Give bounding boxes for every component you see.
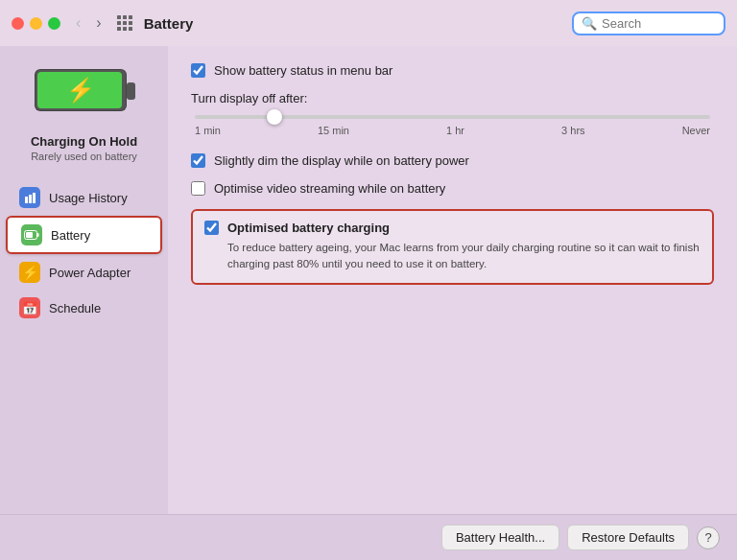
slightly-dim-checkbox[interactable] (191, 153, 205, 168)
optimise-video-checkbox[interactable] (191, 181, 205, 196)
slider-label-3hrs: 3 hrs (561, 125, 584, 136)
battery-illustration: ⚡ (32, 61, 137, 125)
back-button[interactable]: ‹ (72, 12, 84, 34)
chart-icon (19, 187, 40, 208)
optimised-charging-desc: To reduce battery ageing, your Mac learn… (227, 240, 701, 273)
grid-icon[interactable] (117, 15, 132, 31)
sidebar-navigation: Usage History Battery ⚡ Power Adapt (0, 179, 168, 326)
display-off-section: Turn display off after: 1 min 15 min 1 h… (191, 91, 714, 136)
optimised-charging-label: Optimised battery charging (227, 221, 390, 235)
sidebar-item-battery[interactable]: Battery (6, 216, 162, 254)
optimised-charging-row: Optimised battery charging (204, 221, 701, 235)
battery-icon (21, 224, 42, 245)
restore-defaults-button[interactable]: Restore Defaults (567, 525, 689, 550)
page-title: Battery (144, 15, 564, 32)
sidebar-item-power-adapter[interactable]: ⚡ Power Adapter (6, 255, 162, 290)
show-battery-status-label: Show battery status in menu bar (214, 63, 392, 78)
svg-rect-7 (33, 193, 36, 203)
traffic-lights (12, 17, 60, 30)
svg-rect-10 (37, 233, 39, 237)
search-input[interactable] (602, 16, 717, 31)
battery-health-button[interactable]: Battery Health... (441, 525, 559, 550)
bolt-icon: ⚡ (19, 262, 40, 283)
svg-rect-2 (127, 82, 135, 100)
slider-labels: 1 min 15 min 1 hr 3 hrs Never (195, 125, 710, 136)
calendar-icon: 📅 (19, 297, 40, 318)
search-icon: 🔍 (582, 16, 597, 31)
svg-text:⚡: ⚡ (66, 76, 95, 104)
bottom-bar: Battery Health... Restore Defaults ? (0, 514, 737, 560)
sidebar-item-label: Battery (51, 228, 90, 243)
optimised-charging-box: Optimised battery charging To reduce bat… (191, 209, 714, 285)
sidebar-item-label: Schedule (49, 301, 101, 315)
main-area: ⚡ Charging On Hold Rarely used on batter… (0, 46, 737, 514)
sidebar-item-label: Power Adapter (49, 266, 131, 280)
titlebar: ‹ › Battery 🔍 (0, 0, 737, 46)
slider-track (195, 115, 710, 119)
optimise-video-label: Optimise video streaming while on batter… (214, 181, 445, 196)
svg-rect-5 (25, 197, 28, 203)
svg-rect-9 (26, 232, 33, 238)
svg-rect-6 (29, 195, 32, 203)
sidebar: ⚡ Charging On Hold Rarely used on batter… (0, 46, 168, 514)
help-button[interactable]: ? (697, 526, 720, 549)
content-area: Show battery status in menu bar Turn dis… (168, 46, 737, 514)
sidebar-status: Charging On Hold (31, 134, 137, 149)
show-battery-status-row: Show battery status in menu bar (191, 63, 714, 78)
slider-label-1min: 1 min (195, 125, 221, 136)
maximize-button[interactable] (48, 17, 60, 30)
sidebar-sub: Rarely used on battery (31, 151, 137, 162)
sidebar-item-schedule[interactable]: 📅 Schedule (6, 291, 162, 325)
slightly-dim-row: Slightly dim the display while on batter… (191, 153, 714, 168)
search-box[interactable]: 🔍 (572, 12, 725, 35)
slider-label-1hr: 1 hr (446, 125, 464, 136)
slider-label-15min: 15 min (318, 125, 349, 136)
sidebar-item-label: Usage History (49, 191, 128, 205)
sidebar-item-usage-history[interactable]: Usage History (6, 180, 162, 215)
optimised-charging-checkbox[interactable] (204, 221, 219, 235)
forward-button[interactable]: › (92, 12, 105, 34)
close-button[interactable] (12, 17, 24, 30)
display-off-label: Turn display off after: (191, 91, 714, 105)
slightly-dim-label: Slightly dim the display while on batter… (214, 153, 469, 168)
slider-thumb[interactable] (267, 109, 282, 125)
display-off-slider-container: 1 min 15 min 1 hr 3 hrs Never (191, 115, 714, 136)
optimise-video-row: Optimise video streaming while on batter… (191, 181, 714, 196)
slider-label-never: Never (682, 125, 710, 136)
minimize-button[interactable] (30, 17, 42, 30)
show-battery-status-checkbox[interactable] (191, 63, 205, 78)
